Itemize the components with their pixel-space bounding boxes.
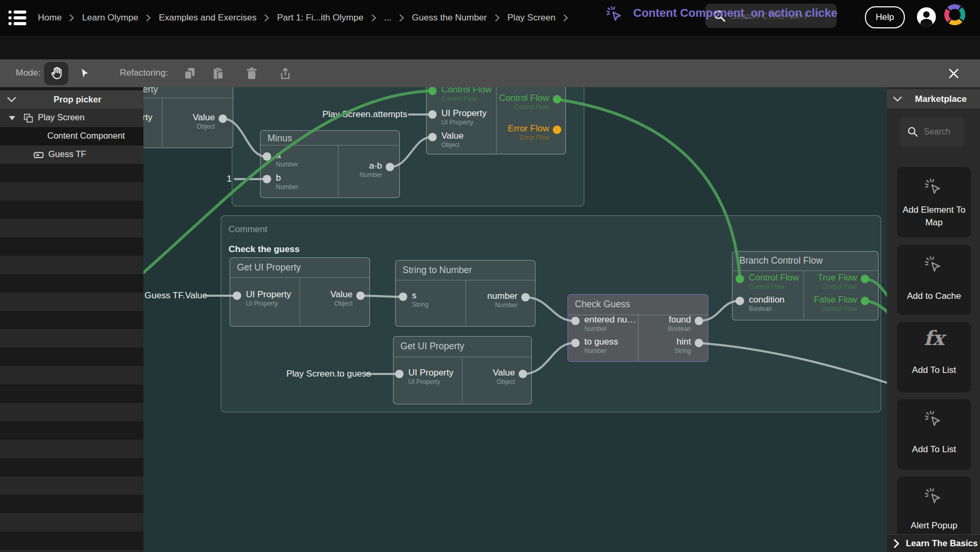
port-subtype: Control Flow bbox=[441, 96, 491, 102]
breadcrumb-separator-icon bbox=[563, 14, 568, 22]
select-tool-button[interactable] bbox=[75, 64, 95, 83]
prop-picker-panel: Prop picker Play Screen Content Componen… bbox=[0, 87, 143, 552]
port-label: hint bbox=[675, 337, 691, 347]
node-branch-control-flow[interactable]: Branch Control Flow Control Flow Control… bbox=[732, 251, 879, 320]
port-hint-out[interactable]: hint String bbox=[675, 337, 691, 355]
port-to-guess-in[interactable]: to guess Number bbox=[584, 337, 618, 355]
pan-tool-button[interactable] bbox=[44, 62, 68, 85]
node-string-to-number[interactable]: String to Number s String number Number bbox=[395, 260, 535, 327]
marketplace-item-add-to-list[interactable]: Add To List bbox=[897, 399, 971, 470]
marketplace-search[interactable] bbox=[900, 117, 964, 147]
wire-label-guess-tf-value: Guess TF.Value bbox=[145, 290, 204, 301]
port-value-in[interactable]: Value Object bbox=[441, 131, 463, 149]
port-label: Value bbox=[441, 131, 463, 141]
port-ui-property-in[interactable]: UI Property UI Property bbox=[143, 112, 152, 130]
port-label: True Flow bbox=[818, 273, 857, 283]
port-control-flow-in[interactable]: Control Flow Control Flow bbox=[749, 273, 799, 290]
node-title: Check Guess bbox=[575, 299, 630, 310]
trash-icon bbox=[244, 66, 259, 81]
mode-label: Mode: bbox=[16, 68, 40, 78]
marketplace-header[interactable]: Marketplace bbox=[887, 89, 980, 109]
breadcrumb-item-guess-the-number[interactable]: Guess the Number bbox=[412, 13, 487, 23]
copy-button[interactable] bbox=[180, 64, 200, 83]
port-subtype: UI Property bbox=[441, 119, 487, 126]
node-get-ui-property-clipped[interactable]: Get UI Property UI Property UI Property … bbox=[143, 87, 233, 148]
port-true-flow-out[interactable]: True Flow Control Flow bbox=[818, 273, 857, 290]
sidebar-item-content-component[interactable]: Content Component bbox=[0, 127, 143, 145]
node-check-guess[interactable]: Check Guess entered nu… Number to guess … bbox=[568, 294, 708, 362]
export-button[interactable] bbox=[275, 64, 295, 83]
breadcrumb-item-play-screen[interactable]: Play Screen bbox=[508, 13, 556, 23]
port-label: UI Property bbox=[143, 112, 152, 123]
marketplace-item-add-to-list-fx[interactable]: fx Add To List bbox=[897, 322, 971, 392]
marketplace-item-add-element-to-map[interactable]: Add Element To Map bbox=[897, 167, 971, 237]
delete-button[interactable] bbox=[242, 64, 262, 83]
port-condition-in[interactable]: condition Boolean bbox=[749, 295, 785, 313]
port-value-out[interactable]: Value Object bbox=[193, 112, 215, 130]
chevron-down-icon[interactable] bbox=[6, 96, 17, 103]
port-label: UI Property bbox=[408, 368, 453, 378]
port-subtype: Number bbox=[584, 326, 636, 332]
breadcrumb-item-home[interactable]: Home bbox=[38, 13, 61, 23]
olympe-logo[interactable] bbox=[944, 4, 965, 25]
paste-icon bbox=[211, 66, 225, 81]
port-subtype: Boolean bbox=[668, 326, 691, 332]
marketplace-title: Marketplace bbox=[903, 94, 980, 105]
close-icon bbox=[947, 67, 961, 80]
node-minus[interactable]: Minus a Number b Number a-b Number bbox=[260, 130, 400, 198]
port-label: found bbox=[668, 315, 691, 325]
marketplace-item-add-to-cache[interactable]: Add to Cache bbox=[897, 245, 971, 315]
port-label: UI Property bbox=[246, 289, 291, 300]
node-set-ui-property[interactable]: Control Flow Control Flow UI Property UI… bbox=[426, 87, 566, 154]
port-label: condition bbox=[749, 295, 785, 305]
flow-editor-canvas[interactable]: Comment Check the guess Get UI Property … bbox=[143, 87, 887, 552]
port-a-minus-b-out[interactable]: a-b Number bbox=[359, 161, 382, 179]
port-subtype: Control Flow bbox=[749, 284, 799, 290]
cursor-click-icon bbox=[897, 410, 971, 431]
port-ui-property-in[interactable]: UI Property UI Property bbox=[408, 368, 453, 386]
port-false-flow-out[interactable]: False Flow Control Flow bbox=[814, 295, 857, 313]
sidebar-item-guess-tf[interactable]: Guess TF bbox=[0, 145, 143, 164]
breadcrumb-item-ellipsis[interactable]: ... bbox=[384, 13, 391, 23]
sidebar-item-play-screen[interactable]: Play Screen bbox=[0, 109, 143, 127]
cursor-click-icon bbox=[897, 255, 971, 276]
close-editor-button[interactable] bbox=[944, 64, 964, 83]
port-value-out[interactable]: Value Object bbox=[493, 368, 515, 386]
wire-label-constant-1: 1 bbox=[223, 174, 232, 184]
refactoring-label: Refactoring: bbox=[120, 68, 168, 78]
port-s-in[interactable]: s String bbox=[412, 290, 428, 308]
port-label: Control Flow bbox=[441, 87, 491, 95]
main-menu-button[interactable] bbox=[7, 8, 27, 29]
node-title: Get UI Property bbox=[237, 262, 301, 273]
port-control-flow-out[interactable]: Control Flow Control Flow bbox=[499, 93, 549, 111]
comment-text: Check the guess bbox=[229, 244, 300, 255]
learn-the-basics-bar[interactable]: Learn The Basics bbox=[887, 534, 980, 552]
port-found-out[interactable]: found Boolean bbox=[668, 315, 691, 332]
node-get-ui-property-2[interactable]: Get UI Property UI Property UI Property … bbox=[393, 336, 532, 404]
port-value-out[interactable]: Value Object bbox=[331, 289, 353, 307]
port-b-in[interactable]: b Number bbox=[276, 173, 298, 191]
port-number-out[interactable]: number Number bbox=[487, 291, 518, 309]
screen-instance-icon bbox=[24, 113, 33, 123]
port-entered-number-in[interactable]: entered nu… Number bbox=[584, 315, 636, 332]
port-ui-property-in[interactable]: UI Property UI Property bbox=[246, 289, 291, 307]
help-button[interactable]: Help bbox=[865, 6, 905, 28]
paste-button[interactable] bbox=[208, 64, 228, 83]
node-get-ui-property-1[interactable]: Get UI Property UI Property UI Property … bbox=[230, 257, 370, 327]
marketplace-search-input[interactable] bbox=[923, 124, 963, 139]
chevron-right-icon[interactable] bbox=[893, 539, 900, 548]
breadcrumb-item-part1[interactable]: Part 1: Fi...ith Olympe bbox=[277, 13, 363, 23]
port-ui-property-in[interactable]: UI Property UI Property bbox=[441, 108, 487, 126]
marketplace-item-label: Add Element To Map bbox=[900, 204, 968, 229]
breadcrumb-item-learn-olympe[interactable]: Learn Olympe bbox=[82, 13, 138, 23]
caret-down-icon[interactable] bbox=[9, 116, 15, 120]
port-control-flow-in[interactable]: Control Flow Control Flow bbox=[441, 87, 491, 102]
user-avatar[interactable] bbox=[916, 7, 936, 29]
wire-label-attempts: Play Screen.attempts bbox=[301, 109, 407, 120]
port-error-flow-out[interactable]: Error Flow Error Flow bbox=[508, 123, 549, 141]
on-action-clicked-icon bbox=[605, 5, 625, 27]
chevron-down-icon[interactable] bbox=[892, 96, 903, 103]
breadcrumb-item-examples[interactable]: Examples and Exercises bbox=[159, 13, 256, 23]
prop-picker-header[interactable]: Prop picker bbox=[0, 90, 143, 109]
port-a-in[interactable]: a Number bbox=[276, 150, 298, 168]
